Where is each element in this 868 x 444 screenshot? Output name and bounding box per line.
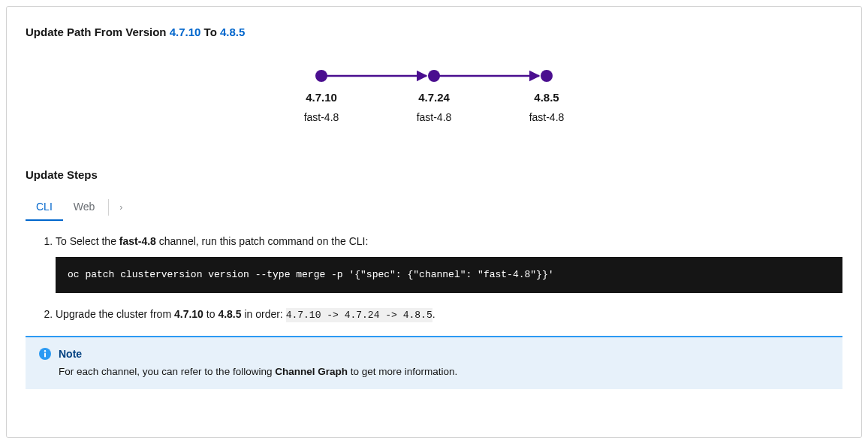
code-block[interactable]: oc patch clusterversion version --type m… bbox=[56, 257, 842, 293]
svg-point-1 bbox=[44, 350, 46, 352]
tab-separator bbox=[108, 199, 109, 216]
step1-pre: To Select the bbox=[56, 235, 119, 247]
tabs: CLI Web › bbox=[26, 195, 842, 220]
tab-cli[interactable]: CLI bbox=[26, 195, 63, 220]
step2-order-code: 4.7.10 -> 4.7.24 -> 4.8.5 bbox=[286, 308, 432, 322]
graph-node bbox=[428, 70, 440, 82]
note-body-post: to get more information. bbox=[348, 366, 457, 377]
step-item: To Select the fast-4.8 channel, run this… bbox=[56, 234, 842, 293]
step2-pre: Upgrade the cluster from bbox=[56, 308, 174, 320]
steps-list: To Select the fast-4.8 channel, run this… bbox=[41, 234, 842, 322]
update-path-card: Update Path From Version 4.7.10 To 4.8.5 bbox=[6, 6, 862, 438]
note-box: Note For each channel, you can refer to … bbox=[26, 336, 842, 389]
step2-mid: to bbox=[203, 308, 218, 320]
step2-post1: in order: bbox=[242, 308, 286, 320]
node-channel: fast-4.8 bbox=[404, 111, 464, 123]
node-channel: fast-4.8 bbox=[517, 111, 577, 123]
graph-node-label: 4.7.10 fast-4.8 bbox=[291, 91, 351, 123]
node-channel: fast-4.8 bbox=[291, 111, 351, 123]
tab-web[interactable]: Web bbox=[63, 195, 106, 220]
note-body-pre: For each channel, you can refer to the f… bbox=[59, 366, 275, 377]
step-item: Upgrade the cluster from 4.7.10 to 4.8.5… bbox=[56, 307, 842, 323]
page-title: Update Path From Version 4.7.10 To 4.8.5 bbox=[26, 26, 842, 38]
note-body-bold: Channel Graph bbox=[275, 366, 348, 377]
step1-post: channel, run this patch command on the C… bbox=[156, 235, 369, 247]
from-version-link[interactable]: 4.7.10 bbox=[170, 26, 201, 38]
to-version-link[interactable]: 4.8.5 bbox=[220, 26, 245, 38]
svg-rect-2 bbox=[44, 353, 46, 358]
tabs-more-button[interactable]: › bbox=[115, 202, 127, 213]
step2-suffix: . bbox=[432, 308, 436, 320]
update-path-graph: 4.7.10 fast-4.8 4.7.24 fast-4.8 4.8.5 fa… bbox=[7, 68, 861, 123]
note-body: For each channel, you can refer to the f… bbox=[59, 366, 829, 377]
graph-node bbox=[315, 70, 327, 82]
node-version: 4.7.24 bbox=[404, 91, 464, 104]
step1-channel: fast-4.8 bbox=[119, 235, 156, 247]
steps-heading: Update Steps bbox=[26, 168, 842, 181]
node-version: 4.8.5 bbox=[517, 91, 577, 104]
title-prefix: Update Path From Version bbox=[26, 26, 170, 38]
step2-from: 4.7.10 bbox=[174, 308, 203, 320]
graph-node-label: 4.8.5 fast-4.8 bbox=[517, 91, 577, 123]
note-title: Note bbox=[59, 348, 82, 360]
graph-node-label: 4.7.24 fast-4.8 bbox=[404, 91, 464, 123]
node-version: 4.7.10 bbox=[291, 91, 351, 104]
graph-node bbox=[541, 70, 553, 82]
graph-svg bbox=[291, 68, 577, 83]
step2-to: 4.8.5 bbox=[218, 308, 241, 320]
info-icon bbox=[39, 348, 51, 360]
title-mid: To bbox=[200, 26, 220, 38]
